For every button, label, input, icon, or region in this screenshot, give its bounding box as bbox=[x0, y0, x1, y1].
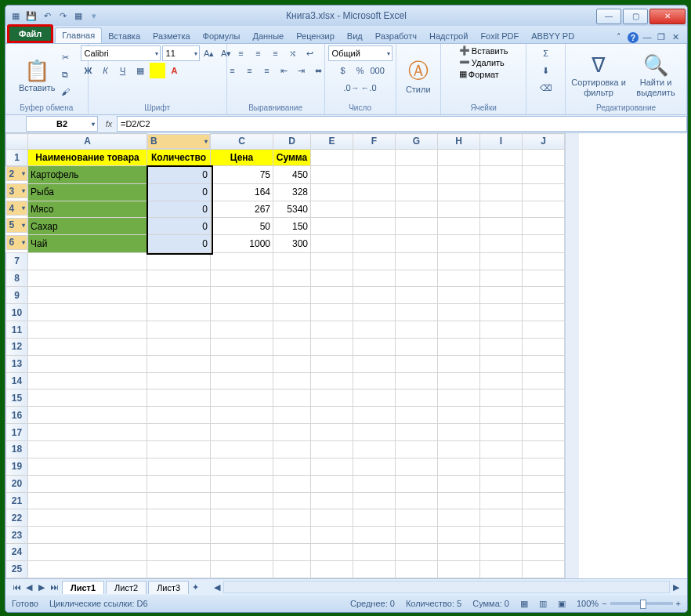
help-icon[interactable]: ? bbox=[628, 32, 639, 43]
cell-E1[interactable] bbox=[311, 149, 353, 166]
cell-H15[interactable] bbox=[438, 390, 480, 407]
cell-A16[interactable] bbox=[28, 407, 147, 424]
cell-C6[interactable]: 1000 bbox=[211, 235, 273, 252]
tab-abbyy[interactable]: ABBYY PD bbox=[525, 29, 581, 43]
cell-I9[interactable] bbox=[480, 287, 523, 304]
insert-cells-button[interactable]: Вставить bbox=[472, 46, 508, 56]
font-color-icon[interactable]: A bbox=[167, 63, 183, 78]
cell-B15[interactable] bbox=[147, 390, 211, 407]
row-header-11[interactable]: 11 bbox=[6, 321, 28, 339]
cell-I16[interactable] bbox=[480, 407, 523, 424]
workbook-min-icon[interactable]: — bbox=[642, 32, 653, 43]
cell-D4[interactable]: 5340 bbox=[273, 201, 311, 218]
cell-F18[interactable] bbox=[353, 441, 396, 458]
cell-B12[interactable] bbox=[147, 338, 211, 355]
cell-C25[interactable] bbox=[211, 560, 273, 578]
cell-J22[interactable] bbox=[523, 509, 565, 527]
cell-A12[interactable] bbox=[28, 338, 147, 355]
cell-I20[interactable] bbox=[480, 475, 523, 492]
cell-A20[interactable] bbox=[28, 475, 147, 492]
cell-H5[interactable] bbox=[438, 218, 480, 235]
align-top-icon[interactable]: ≡ bbox=[233, 45, 249, 61]
redo-icon[interactable]: ↷ bbox=[56, 9, 70, 23]
workbook-restore-icon[interactable]: ❐ bbox=[656, 32, 667, 43]
cell-F15[interactable] bbox=[353, 390, 396, 407]
cell-D9[interactable] bbox=[273, 287, 311, 304]
cell-H13[interactable] bbox=[438, 355, 480, 372]
cell-A21[interactable] bbox=[28, 492, 147, 509]
cell-A23[interactable] bbox=[28, 527, 147, 544]
minimize-button[interactable]: — bbox=[596, 9, 621, 24]
fx-icon[interactable]: fx bbox=[101, 119, 117, 129]
borders-icon[interactable]: ▦ bbox=[132, 63, 148, 78]
col-header-G[interactable]: G bbox=[396, 134, 438, 150]
cell-G18[interactable] bbox=[396, 441, 438, 458]
delete-cells-button[interactable]: Удалить bbox=[472, 58, 505, 67]
increase-font-icon[interactable]: A▴ bbox=[201, 45, 217, 61]
cell-C22[interactable] bbox=[211, 509, 273, 527]
cell-H16[interactable] bbox=[438, 407, 480, 424]
name-box[interactable]: B2 bbox=[26, 116, 98, 132]
cell-I5[interactable] bbox=[480, 218, 523, 235]
cell-D3[interactable]: 328 bbox=[273, 183, 311, 201]
cell-I7[interactable] bbox=[480, 252, 523, 270]
row-header-5[interactable]: 5 bbox=[6, 218, 28, 233]
cell-G25[interactable] bbox=[396, 560, 438, 578]
number-format-select[interactable]: Общий bbox=[328, 45, 393, 61]
clear-icon[interactable]: ⌫ bbox=[538, 80, 554, 96]
formula-input[interactable]: =D2/C2 bbox=[117, 116, 687, 132]
align-bottom-icon[interactable]: ≡ bbox=[268, 45, 284, 61]
cell-D24[interactable] bbox=[273, 544, 311, 561]
cell-B22[interactable] bbox=[147, 509, 211, 527]
cell-I12[interactable] bbox=[480, 338, 523, 355]
tab-insert[interactable]: Вставка bbox=[102, 29, 147, 43]
cell-G4[interactable] bbox=[396, 201, 438, 218]
cell-F17[interactable] bbox=[353, 424, 396, 441]
cell-D14[interactable] bbox=[273, 372, 311, 390]
cell-F3[interactable] bbox=[353, 183, 396, 201]
zoom-out-icon[interactable]: − bbox=[602, 599, 606, 608]
cell-G11[interactable] bbox=[396, 321, 438, 339]
cell-G24[interactable] bbox=[396, 544, 438, 561]
cell-H22[interactable] bbox=[438, 509, 480, 527]
cell-G14[interactable] bbox=[396, 372, 438, 390]
cell-C23[interactable] bbox=[211, 527, 273, 544]
sheet-nav-prev-icon[interactable]: ◀ bbox=[23, 582, 35, 592]
cell-I13[interactable] bbox=[480, 355, 523, 372]
cell-J11[interactable] bbox=[523, 321, 565, 339]
close-button[interactable]: ✕ bbox=[649, 9, 686, 24]
row-header-2[interactable]: 2 bbox=[6, 166, 28, 181]
cell-B7[interactable] bbox=[147, 252, 211, 270]
qat-more-icon[interactable]: ▦ bbox=[71, 9, 85, 23]
cell-B11[interactable] bbox=[147, 321, 211, 339]
tab-addins[interactable]: Надстрой bbox=[423, 29, 474, 43]
cell-C19[interactable] bbox=[211, 458, 273, 475]
styles-button[interactable]: Ⓐ Стили bbox=[401, 56, 436, 94]
cell-C12[interactable] bbox=[211, 338, 273, 355]
cell-J12[interactable] bbox=[523, 338, 565, 355]
col-header-A[interactable]: A bbox=[28, 134, 147, 150]
cell-E11[interactable] bbox=[311, 321, 353, 339]
cell-I21[interactable] bbox=[480, 492, 523, 509]
decrease-indent-icon[interactable]: ⇤ bbox=[277, 63, 292, 78]
cell-E16[interactable] bbox=[311, 407, 353, 424]
cell-J6[interactable] bbox=[523, 235, 565, 252]
cell-C15[interactable] bbox=[211, 390, 273, 407]
cell-J1[interactable] bbox=[523, 149, 565, 166]
merge-icon[interactable]: ⬌ bbox=[311, 63, 327, 78]
cell-F8[interactable] bbox=[353, 270, 396, 287]
cell-B4[interactable]: 0 bbox=[147, 201, 211, 218]
italic-button[interactable]: К bbox=[98, 63, 114, 78]
cell-B14[interactable] bbox=[147, 372, 211, 390]
cell-F1[interactable] bbox=[353, 149, 396, 166]
cut-icon[interactable]: ✂ bbox=[57, 49, 73, 65]
vertical-scrollbar[interactable] bbox=[565, 133, 579, 578]
cell-D11[interactable] bbox=[273, 321, 311, 339]
cell-A1[interactable]: Наименование товара bbox=[28, 149, 147, 166]
horizontal-scrollbar[interactable]: ◀▶ bbox=[211, 581, 682, 593]
cell-H24[interactable] bbox=[438, 544, 480, 561]
cell-H4[interactable] bbox=[438, 201, 480, 218]
cell-B6[interactable]: 0 bbox=[147, 235, 211, 252]
cell-H3[interactable] bbox=[438, 183, 480, 201]
cell-D23[interactable] bbox=[273, 527, 311, 544]
